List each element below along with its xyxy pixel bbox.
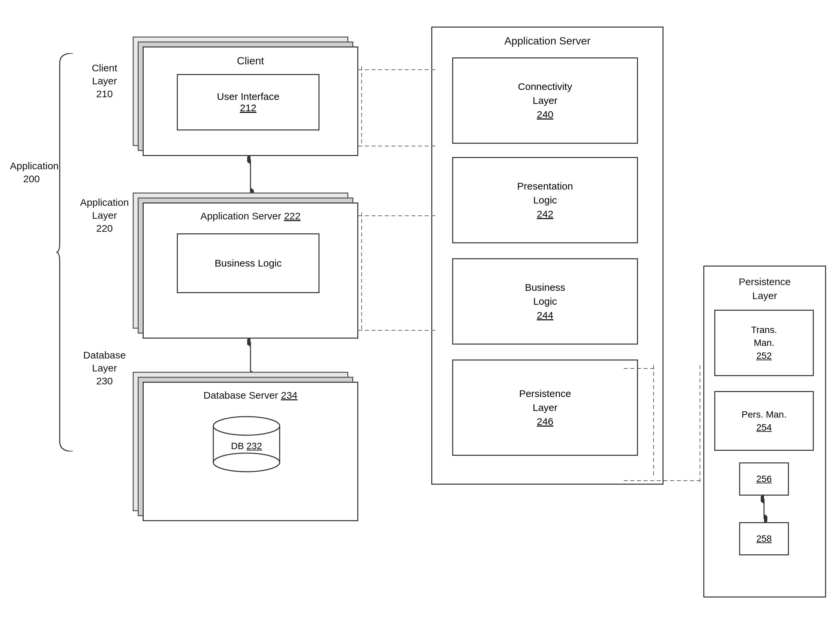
ui-num: 212 (240, 102, 256, 113)
client-title: Client (144, 54, 357, 68)
dashed-persist-vert-right (697, 365, 703, 485)
db-label: DB (231, 441, 244, 451)
presentation-box: PresentationLogic 242 (452, 157, 638, 243)
arrow-256-258 (761, 496, 767, 522)
svg-point-8 (213, 453, 279, 472)
pers-man-label: Pers. Man. (741, 408, 786, 421)
persistence-right-num: 246 (519, 414, 571, 429)
dashed-persist-horiz-top (624, 365, 657, 372)
business-logic-label: Business Logic (215, 258, 282, 269)
pers-man-num: 254 (741, 421, 786, 434)
dashed-persist-vert (650, 365, 657, 478)
box-258-label: 258 (756, 533, 772, 544)
trans-man-num: 252 (751, 350, 777, 363)
presentation-label: PresentationLogic (517, 179, 573, 207)
connectivity-num: 240 (518, 107, 572, 122)
pers-man-box: Pers. Man. 254 (714, 391, 814, 451)
persistence-right-label: PersistenceLayer (519, 387, 571, 414)
dbserver-box: Database Server 234 DB 232 (143, 382, 358, 521)
box-258: 258 (739, 522, 789, 555)
svg-point-7 (213, 417, 279, 435)
persistence-far-box: PersistenceLayer Trans.Man. 252 Pers. Ma… (703, 266, 826, 597)
app-server-right-title: Application Server (432, 34, 663, 48)
connectivity-box: ConnectivityLayer 240 (452, 58, 638, 144)
application-brace (56, 53, 76, 451)
dashed-appserver-top (358, 213, 438, 219)
business-logic-right-box: BusinessLogic 244 (452, 258, 638, 344)
dashed-appserver-vert (358, 213, 365, 332)
box-256: 256 (739, 462, 789, 496)
dashed-appserver-bottom (358, 327, 438, 334)
box-256-label: 256 (756, 474, 772, 484)
db-cylinder: DB 232 (210, 413, 283, 472)
client-layer-label: Client Layer 210 (80, 61, 129, 100)
diagram: Application 200 Client Layer 210 Applica… (0, 0, 840, 640)
client-layer-num: 210 (96, 88, 113, 99)
presentation-num: 242 (517, 207, 573, 221)
arrow-client-appserver (247, 156, 254, 196)
app-layer-text: Application Layer (80, 197, 129, 221)
trans-man-label: Trans.Man. (751, 323, 777, 349)
application-label: Application 200 (10, 159, 53, 185)
db-layer-text: Database Layer (83, 350, 126, 373)
client-layer-text: Client Layer (92, 62, 117, 86)
dashed-left-vert (358, 66, 365, 146)
appserver-box: Application Server 222 Business Logic (143, 203, 358, 339)
dashed-persist-horiz-bottom (624, 477, 700, 484)
trans-man-box: Trans.Man. 252 (714, 310, 814, 376)
app-layer-label: Application Layer 220 (76, 196, 133, 235)
dbserver-title: Database Server 234 (144, 389, 357, 402)
db-layer-label: Database Layer 230 (78, 349, 131, 387)
ui-label: User Interface (217, 91, 279, 102)
connectivity-label: ConnectivityLayer (518, 80, 572, 107)
dashed-bottom-client (358, 143, 438, 149)
persistence-right-box: PersistenceLayer 246 (452, 360, 638, 456)
application-text: Application (10, 160, 59, 171)
client-box: Client User Interface 212 (143, 46, 358, 156)
business-logic-left-box: Business Logic (177, 234, 319, 293)
app-server-right-box: Application Server ConnectivityLayer 240… (431, 27, 663, 485)
db-num: 232 (246, 441, 262, 451)
dashed-top (358, 66, 438, 73)
db-layer-num: 230 (96, 376, 113, 386)
appserver-title: Application Server 222 (144, 210, 357, 222)
persistence-far-title: PersistenceLayer (704, 275, 825, 303)
application-num: 200 (23, 173, 40, 184)
app-layer-num: 220 (96, 223, 113, 234)
business-logic-right-num: 244 (525, 309, 565, 322)
business-logic-right-label: BusinessLogic (525, 280, 565, 309)
user-interface-box: User Interface 212 (177, 74, 319, 130)
